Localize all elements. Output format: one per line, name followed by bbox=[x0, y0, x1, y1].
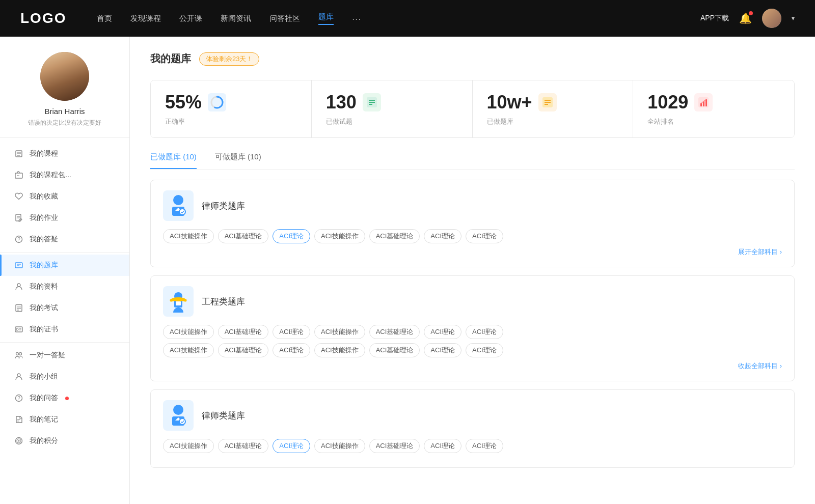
sidebar-courses-label: 我的课程 bbox=[30, 149, 58, 158]
question-bank-icon bbox=[14, 261, 23, 270]
sidebar-exams-label: 我的考试 bbox=[30, 303, 58, 313]
sidebar-item-one-on-one[interactable]: 一对一答疑 bbox=[0, 345, 129, 366]
tab-done[interactable]: 已做题库 (10) bbox=[150, 152, 197, 169]
tag[interactable]: ACI基础理论 bbox=[369, 325, 420, 339]
tag[interactable]: ACI理论 bbox=[466, 229, 503, 243]
nav-qa[interactable]: 问答社区 bbox=[269, 14, 300, 23]
sidebar-certificates-label: 我的证书 bbox=[30, 325, 58, 334]
tag[interactable]: ACI技能操作 bbox=[163, 325, 214, 339]
sidebar-item-question-bank[interactable]: 我的题库 bbox=[0, 255, 129, 276]
bell-button[interactable]: 🔔 bbox=[739, 12, 752, 24]
svg-text:?: ? bbox=[17, 396, 20, 401]
logo[interactable]: LOGO bbox=[20, 10, 66, 26]
bell-notification-dot bbox=[749, 11, 753, 15]
tag[interactable]: ACI技能操作 bbox=[314, 343, 365, 357]
tag[interactable]: ACI基础理论 bbox=[218, 343, 269, 357]
bank-2-collapse[interactable]: 收起全部科目 › bbox=[163, 361, 782, 371]
tag[interactable]: ACI技能操作 bbox=[314, 439, 365, 453]
done-questions-value: 130 bbox=[326, 92, 357, 113]
tag[interactable]: ACI理论 bbox=[273, 325, 310, 339]
tag[interactable]: ACI理论 bbox=[466, 325, 503, 339]
svg-point-33 bbox=[18, 440, 20, 442]
bank-1-tags: ACI技能操作 ACI基础理论 ACI理论 ACI技能操作 ACI基础理论 AC… bbox=[163, 229, 782, 243]
bank-1-header: 律师类题库 bbox=[163, 190, 782, 221]
tag[interactable]: ACI理论 bbox=[424, 325, 461, 339]
tag[interactable]: ACI理论 bbox=[424, 343, 461, 357]
accuracy-value: 55% bbox=[165, 92, 202, 113]
svg-point-55 bbox=[171, 297, 185, 301]
svg-rect-47 bbox=[705, 99, 707, 106]
sidebar-profile-info-label: 我的资料 bbox=[30, 282, 58, 291]
nav-links: 首页 发现课程 公开课 新闻资讯 问答社区 题库 ··· bbox=[97, 12, 700, 25]
sidebar-item-points[interactable]: 我的积分 bbox=[0, 430, 129, 452]
sidebar-homework-label: 我的作业 bbox=[30, 213, 58, 222]
stat-done-questions-top: 130 bbox=[326, 92, 458, 113]
tag[interactable]: ACI技能操作 bbox=[163, 439, 214, 453]
divider-2 bbox=[0, 342, 129, 343]
trial-badge: 体验剩余23天！ bbox=[199, 52, 259, 66]
sidebar-menu: 我的课程 我的课程包... 我的收藏 我的作业 bbox=[0, 138, 129, 457]
done-banks-label: 已做题库 bbox=[487, 117, 619, 126]
sidebar-item-my-qa[interactable]: ? 我的问答 bbox=[0, 387, 129, 409]
tag-active[interactable]: ACI理论 bbox=[273, 229, 310, 243]
points-icon bbox=[14, 436, 23, 445]
svg-point-59 bbox=[180, 419, 185, 424]
profile-motto: 错误的决定比没有决定要好 bbox=[28, 119, 101, 127]
nav-open-course[interactable]: 公开课 bbox=[179, 14, 202, 23]
one-on-one-icon bbox=[14, 351, 23, 360]
tag[interactable]: ACI理论 bbox=[466, 343, 503, 357]
tag-active[interactable]: ACI理论 bbox=[273, 439, 310, 453]
tag[interactable]: ACI技能操作 bbox=[314, 325, 365, 339]
bank-3-tags: ACI技能操作 ACI基础理论 ACI理论 ACI技能操作 ACI基础理论 AC… bbox=[163, 439, 782, 453]
sidebar-item-qa[interactable]: ? 我的答疑 bbox=[0, 229, 129, 250]
tag[interactable]: ACI基础理论 bbox=[369, 439, 420, 453]
favorites-icon bbox=[14, 192, 23, 201]
accuracy-icon bbox=[208, 93, 226, 111]
tag[interactable]: ACI技能操作 bbox=[163, 229, 214, 243]
user-avatar[interactable] bbox=[762, 9, 781, 28]
stat-accuracy-top: 55% bbox=[165, 92, 297, 113]
tag[interactable]: ACI理论 bbox=[424, 439, 461, 453]
stat-done-banks-top: 10w+ bbox=[487, 92, 619, 113]
tag[interactable]: ACI技能操作 bbox=[163, 343, 214, 357]
notes-icon bbox=[14, 415, 23, 424]
tag[interactable]: ACI基础理论 bbox=[218, 439, 269, 453]
sidebar-item-course-packages[interactable]: 我的课程包... bbox=[0, 164, 129, 186]
tag[interactable]: ACI基础理论 bbox=[369, 229, 420, 243]
sidebar-points-label: 我的积分 bbox=[30, 436, 58, 445]
bank-card-2: 工程类题库 ACI技能操作 ACI基础理论 ACI理论 ACI技能操作 ACI基… bbox=[150, 275, 795, 381]
sidebar-item-courses[interactable]: 我的课程 bbox=[0, 143, 129, 164]
bank-2-tags-row2: ACI技能操作 ACI基础理论 ACI理论 ACI技能操作 ACI基础理论 AC… bbox=[163, 343, 782, 357]
tag[interactable]: ACI基础理论 bbox=[218, 325, 269, 339]
tag[interactable]: ACI技能操作 bbox=[314, 229, 365, 243]
tag[interactable]: ACI理论 bbox=[424, 229, 461, 243]
nav-home[interactable]: 首页 bbox=[97, 14, 112, 23]
sidebar-item-homework[interactable]: 我的作业 bbox=[0, 207, 129, 229]
sidebar-groups-label: 我的小组 bbox=[30, 372, 58, 381]
tag[interactable]: ACI理论 bbox=[466, 439, 503, 453]
nav-discover[interactable]: 发现课程 bbox=[130, 14, 161, 23]
svg-point-51 bbox=[180, 209, 185, 214]
sidebar-item-favorites[interactable]: 我的收藏 bbox=[0, 186, 129, 207]
done-questions-icon bbox=[363, 93, 381, 111]
accuracy-label: 正确率 bbox=[165, 117, 297, 126]
sidebar-item-groups[interactable]: 我的小组 bbox=[0, 366, 129, 387]
sidebar-item-notes[interactable]: 我的笔记 bbox=[0, 409, 129, 430]
tag[interactable]: ACI基础理论 bbox=[369, 343, 420, 357]
tab-available[interactable]: 可做题库 (10) bbox=[215, 152, 261, 169]
sidebar-item-profile-info[interactable]: 我的资料 bbox=[0, 276, 129, 297]
bank-1-expand[interactable]: 展开全部科目 › bbox=[163, 247, 782, 257]
nav-more[interactable]: ··· bbox=[352, 14, 362, 23]
nav-news[interactable]: 新闻资讯 bbox=[221, 14, 251, 23]
stat-done-questions: 130 已做试题 bbox=[312, 80, 473, 137]
tag[interactable]: ACI基础理论 bbox=[218, 229, 269, 243]
app-download[interactable]: APP下载 bbox=[700, 14, 729, 23]
tag[interactable]: ACI理论 bbox=[273, 343, 310, 357]
sidebar-item-certificates[interactable]: 我的证书 bbox=[0, 319, 129, 340]
user-dropdown-arrow[interactable]: ▾ bbox=[792, 15, 795, 22]
bank-3-icon bbox=[163, 400, 194, 431]
bank-list: 律师类题库 ACI技能操作 ACI基础理论 ACI理论 ACI技能操作 ACI基… bbox=[150, 180, 795, 476]
svg-rect-45 bbox=[700, 103, 702, 106]
sidebar-item-exams[interactable]: 我的考试 bbox=[0, 297, 129, 319]
nav-questionbank[interactable]: 题库 bbox=[318, 12, 334, 25]
